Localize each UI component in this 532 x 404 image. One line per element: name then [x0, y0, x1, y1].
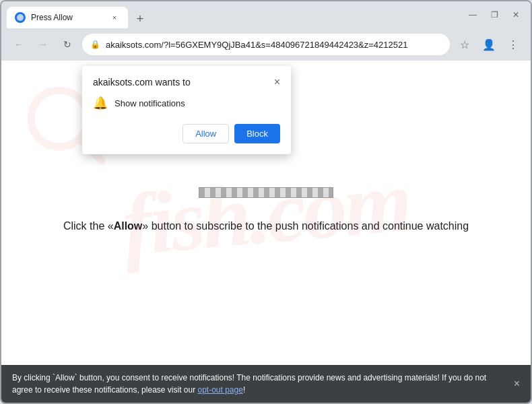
active-tab[interactable]: Press Allow × — [7, 7, 128, 28]
title-bar: Press Allow × + — ❐ ✕ — [1, 1, 531, 28]
forward-button[interactable]: → — [34, 35, 53, 54]
lock-icon: 🔒 — [90, 40, 100, 49]
loading-bar-container — [199, 187, 333, 198]
refresh-button[interactable]: ↻ — [58, 35, 77, 54]
popup-header: akaiksots.com wants to × — [93, 77, 280, 88]
bottom-bar: By clicking `Allow` button, you consent … — [1, 365, 531, 403]
tab-close-button[interactable]: × — [109, 12, 120, 23]
new-tab-button[interactable]: + — [131, 9, 149, 28]
svg-point-0 — [17, 14, 24, 21]
notification-popup: akaiksots.com wants to × 🔔 Show notifica… — [82, 66, 291, 154]
popup-title: akaiksots.com wants to — [93, 77, 191, 88]
minimize-button[interactable]: — — [463, 5, 482, 24]
bottom-bar-text: By clicking `Allow` button, you consent … — [12, 372, 506, 396]
url-text: akaiksots.com/?l=56GXEMY9QjJBa41&s=48409… — [106, 40, 442, 50]
page-message: Click the «Allow» button to subscribe to… — [63, 220, 469, 232]
maximize-button[interactable]: ❐ — [485, 5, 504, 24]
bottom-bar-close-button[interactable]: × — [514, 376, 520, 392]
opt-out-link[interactable]: opt-out page — [197, 385, 242, 395]
popup-close-button[interactable]: × — [274, 77, 280, 88]
allow-button[interactable]: Allow — [182, 124, 229, 143]
chrome-menu-button[interactable]: ⋮ — [504, 35, 523, 54]
tab-title: Press Allow — [31, 13, 104, 22]
address-bar: ← → ↻ 🔒 akaiksots.com/?l=56GXEMY9QjJBa41… — [1, 28, 531, 61]
notification-label: Show notifications — [114, 98, 185, 108]
close-window-button[interactable]: ✕ — [506, 5, 525, 24]
window-controls: — ❐ ✕ — [463, 5, 525, 24]
page-content: fish.com Click the «Allow» button to sub… — [1, 61, 531, 365]
popup-buttons: Allow Block — [93, 124, 280, 143]
back-button[interactable]: ← — [9, 35, 28, 54]
bottom-bar-after-link: ! — [243, 385, 245, 395]
tab-favicon — [15, 12, 26, 23]
url-bar[interactable]: 🔒 akaiksots.com/?l=56GXEMY9QjJBa41&s=484… — [82, 34, 450, 55]
bottom-bar-before-link: By clicking `Allow` button, you consent … — [12, 373, 486, 395]
bookmark-button[interactable]: ☆ — [455, 35, 474, 54]
browser-window: Press Allow × + — ❐ ✕ ← → ↻ 🔒 akaiksots.… — [0, 0, 532, 404]
tab-area: Press Allow × + — [7, 1, 461, 28]
bell-icon: 🔔 — [93, 96, 108, 110]
loading-bar — [199, 187, 333, 198]
block-button[interactable]: Block — [234, 124, 280, 143]
account-button[interactable]: 👤 — [479, 35, 498, 54]
popup-notification-row: 🔔 Show notifications — [93, 96, 280, 110]
